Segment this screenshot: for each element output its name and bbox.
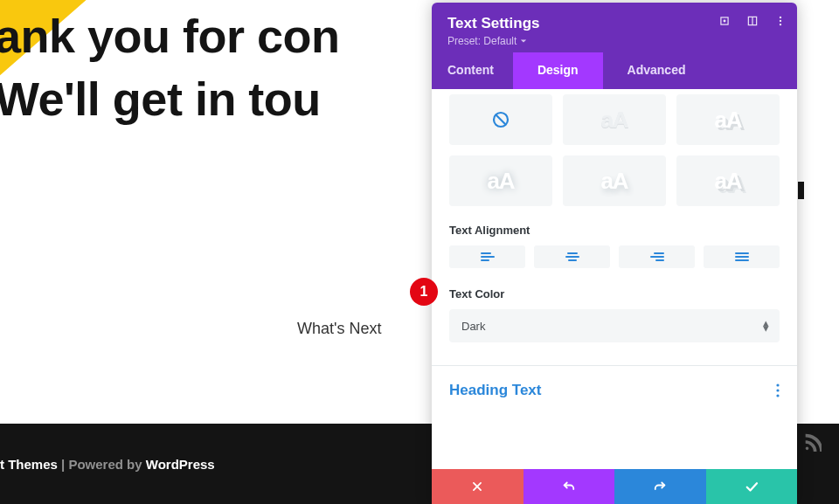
redo-icon [652,479,668,494]
hero-line-2: We'll get in tou [0,68,340,131]
undo-button[interactable] [524,469,615,504]
tab-design[interactable]: Design [513,52,603,89]
panel-footer [432,469,797,504]
align-right-button[interactable] [619,245,695,268]
heading-text-section[interactable]: Heading Text [449,366,780,410]
footer-sep: | Powered by [58,457,146,472]
module-handle[interactable] [798,182,804,199]
text-alignment-row [449,245,780,268]
svg-point-22 [776,389,779,391]
svg-point-6 [780,24,781,25]
aA-sample: aA [600,107,628,134]
panel-header[interactable]: Text Settings Preset: Default [432,3,797,52]
chevron-down-icon [520,38,527,45]
text-alignment-label: Text Alignment [449,224,780,237]
hero-heading: ank you for con We'll get in tou [0,5,340,131]
svg-point-5 [780,20,781,22]
text-shadow-grid: aA aA aA aA aA [449,94,780,206]
align-justify-icon [735,252,749,262]
annotation-badge-1: 1 [410,278,438,306]
tab-content[interactable]: Content [432,52,513,89]
rss-icon[interactable] [802,432,822,452]
check-icon [744,479,759,494]
svg-point-1 [724,20,725,22]
no-symbol-icon [490,109,511,130]
kebab-menu-icon[interactable] [774,15,787,27]
close-button[interactable] [432,469,524,504]
svg-point-4 [780,17,781,18]
footer-wp-link[interactable]: WordPress [146,457,215,472]
close-icon [471,480,483,493]
shadow-style-3[interactable]: aA [676,94,780,145]
align-left-button[interactable] [449,245,525,268]
aA-sample: aA [714,168,741,195]
shadow-style-6[interactable]: aA [676,155,780,206]
text-color-select-wrap: Dark ▴▾ [449,309,780,342]
svg-point-23 [776,394,779,397]
text-color-select[interactable]: Dark [449,309,780,342]
columns-icon[interactable] [746,15,759,27]
svg-point-21 [776,383,779,386]
shadow-style-5[interactable]: aA [563,155,666,206]
text-color-value: Dark [461,320,485,333]
confirm-button[interactable] [706,469,798,504]
align-center-button[interactable] [534,245,610,268]
hero-line-1: ank you for con [0,5,340,68]
footer-brand: t Themes [0,457,58,472]
redo-button[interactable] [614,469,706,504]
align-right-icon [650,252,664,262]
align-justify-button[interactable] [704,245,780,268]
aA-sample: aA [487,168,514,195]
text-color-label: Text Color [449,287,780,300]
shadow-style-2[interactable]: aA [563,94,666,145]
tab-advanced[interactable]: Advanced [603,52,711,89]
aA-sample: aA [714,107,741,134]
svg-line-8 [496,115,506,125]
undo-icon [561,479,577,494]
expand-icon[interactable] [718,15,731,27]
preset-label: Preset: Default [447,35,517,47]
panel-tabs: Content Design Advanced [432,52,797,89]
panel-body[interactable]: aA aA aA aA aA Text Alignment Text Color [432,89,797,469]
whats-next-label: What's Next [297,320,381,338]
aA-sample: aA [600,168,628,195]
align-left-icon [481,252,495,262]
heading-text-title: Heading Text [449,382,541,399]
preset-selector[interactable]: Preset: Default [447,35,781,47]
text-settings-panel: Text Settings Preset: Default Content De… [432,3,797,504]
kebab-menu-icon[interactable] [776,383,780,397]
shadow-style-4[interactable]: aA [449,155,552,206]
shadow-none[interactable] [449,94,552,145]
align-center-icon [565,252,579,262]
